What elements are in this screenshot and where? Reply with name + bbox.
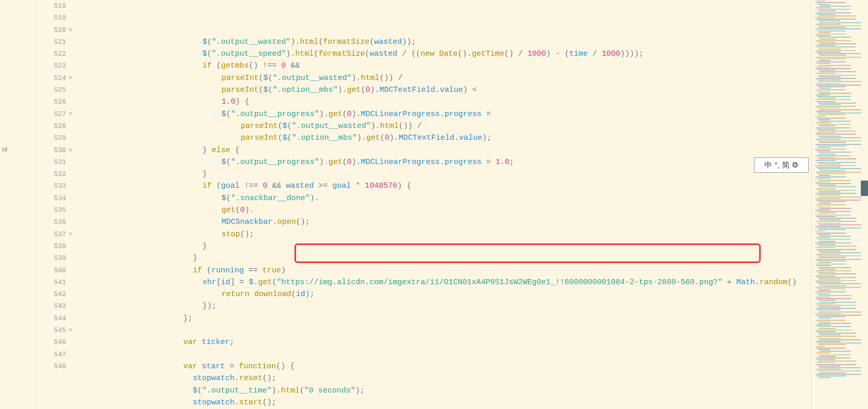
minimap-line bbox=[816, 233, 846, 234]
code-line[interactable]: } else { bbox=[76, 144, 811, 156]
code-line[interactable]: if (getmbs() !== 0 && bbox=[76, 60, 811, 72]
fold-marker[interactable] bbox=[68, 84, 76, 96]
code-line[interactable]: $(".output__speed").html(formatSize(wast… bbox=[76, 48, 811, 60]
code-text-area[interactable]: $(".output__wasted").html(formatSize(was… bbox=[76, 0, 811, 409]
minimap-line bbox=[815, 357, 851, 358]
code-line[interactable]: parseInt($(".option__mbs").get(0).MDCTex… bbox=[76, 84, 811, 96]
code-line[interactable]: stopwatch.reset(); bbox=[76, 372, 811, 384]
gear-icon[interactable]: ⚙ bbox=[792, 159, 798, 171]
code-line[interactable]: get(0). bbox=[76, 204, 811, 216]
code-line[interactable]: var ticker; bbox=[76, 336, 811, 348]
minimap-line bbox=[819, 142, 846, 143]
minimap-line bbox=[817, 239, 851, 240]
fold-marker[interactable] bbox=[68, 132, 76, 144]
minimap-line bbox=[816, 315, 861, 316]
minimap-line bbox=[820, 22, 861, 23]
minimap[interactable] bbox=[811, 0, 868, 409]
code-line[interactable]: $(".output__progress").get(0).MDCLinearP… bbox=[76, 156, 811, 168]
minimap-line bbox=[820, 88, 830, 89]
code-line[interactable]: } bbox=[76, 240, 811, 252]
fold-marker[interactable] bbox=[68, 216, 76, 228]
code-line[interactable]: $(".output__wasted").html(formatSize(was… bbox=[76, 36, 811, 48]
fold-marker[interactable] bbox=[68, 180, 76, 192]
minimap-line bbox=[818, 81, 861, 82]
code-line[interactable]: return download(id); bbox=[76, 288, 811, 300]
minimap-line bbox=[817, 342, 861, 343]
line-number: 523 bbox=[37, 60, 66, 72]
fold-marker[interactable] bbox=[68, 156, 76, 168]
fold-marker[interactable] bbox=[68, 168, 76, 180]
fold-marker[interactable]: ⊟ bbox=[68, 144, 76, 156]
fold-marker[interactable] bbox=[68, 300, 76, 312]
minimap-line bbox=[815, 280, 856, 281]
minimap-line bbox=[815, 28, 861, 29]
code-line[interactable]: MDCSnackbar.open(); bbox=[76, 216, 811, 228]
ime-status-bar[interactable]: 中 °, 简 ⚙ bbox=[754, 157, 809, 173]
code-line[interactable]: }; bbox=[76, 313, 811, 324]
minimap-line bbox=[820, 351, 851, 352]
fold-marker[interactable] bbox=[68, 12, 76, 24]
minimap-line bbox=[818, 267, 851, 268]
fold-marker[interactable] bbox=[68, 336, 76, 348]
code-line[interactable]: if (running == true) bbox=[76, 265, 811, 276]
activity-sidebar: nl bbox=[0, 0, 37, 409]
fold-marker[interactable]: ⊟ bbox=[68, 108, 76, 120]
code-line[interactable]: } bbox=[76, 168, 811, 180]
minimap-line bbox=[815, 160, 836, 161]
minimap-line bbox=[816, 2, 846, 3]
code-line[interactable]: parseInt($(".output__wasted").html()) / bbox=[76, 72, 811, 84]
minimap-line bbox=[815, 226, 841, 227]
code-line[interactable]: stopwatch.start(); bbox=[76, 397, 811, 408]
fold-marker[interactable] bbox=[68, 313, 76, 324]
code-line[interactable]: $(".output__progress").get(0).MDCLinearP… bbox=[76, 108, 811, 120]
code-line[interactable] bbox=[76, 324, 811, 336]
minimap-line bbox=[816, 118, 846, 119]
minimap-line bbox=[819, 273, 856, 274]
minimap-line bbox=[815, 111, 841, 112]
fold-marker[interactable]: ⊟ bbox=[68, 228, 76, 240]
minimap-line bbox=[816, 254, 841, 255]
minimap-line bbox=[817, 30, 846, 31]
minimap-line bbox=[818, 283, 861, 284]
fold-marker[interactable] bbox=[68, 96, 76, 108]
minimap-line bbox=[816, 68, 851, 69]
code-line[interactable]: $(".snackbar__done"). bbox=[76, 192, 811, 204]
code-line[interactable]: }); bbox=[76, 300, 811, 312]
code-line[interactable] bbox=[76, 349, 811, 361]
code-line[interactable]: 1.0) { bbox=[76, 96, 811, 108]
fold-marker[interactable]: ⊟ bbox=[68, 72, 76, 84]
minimap-scroll-thumb[interactable] bbox=[861, 181, 868, 196]
line-number-gutter[interactable]: 5185195205215225235245255265275285295305… bbox=[37, 0, 68, 409]
code-line[interactable]: parseInt($(".output__wasted").html()) / bbox=[76, 120, 811, 132]
fold-marker[interactable] bbox=[68, 252, 76, 264]
fold-marker[interactable] bbox=[68, 36, 76, 48]
fold-marker[interactable] bbox=[68, 240, 76, 252]
line-number: 527 bbox=[37, 108, 66, 120]
fold-marker[interactable]: ⊟ bbox=[68, 24, 76, 36]
fold-marker[interactable]: ⊟ bbox=[68, 324, 76, 336]
line-number: 537 bbox=[37, 228, 66, 240]
fold-marker[interactable] bbox=[68, 349, 76, 361]
code-line[interactable]: if (goal !== 0 && wasted >= goal * 10485… bbox=[76, 180, 811, 192]
code-line[interactable]: var start = function() { bbox=[76, 361, 811, 372]
fold-marker[interactable] bbox=[68, 361, 76, 372]
fold-marker[interactable] bbox=[68, 48, 76, 60]
minimap-line bbox=[818, 361, 856, 362]
fold-marker[interactable] bbox=[68, 276, 76, 288]
fold-gutter[interactable]: ⊟⊟⊟⊟⊟⊟ bbox=[68, 0, 76, 409]
minimap-line bbox=[816, 364, 856, 365]
code-line[interactable]: xhr[id] = $.get("https://img.alicdn.com/… bbox=[76, 276, 811, 288]
code-line[interactable]: $(".output__time").html("0 seconds"); bbox=[76, 385, 811, 397]
line-number: 520 bbox=[37, 24, 66, 36]
line-number: 524 bbox=[37, 72, 66, 84]
fold-marker[interactable] bbox=[68, 120, 76, 132]
fold-marker[interactable] bbox=[68, 204, 76, 216]
code-line[interactable]: parseInt($(".option__mbs").get(0).MDCTex… bbox=[76, 132, 811, 144]
fold-marker[interactable] bbox=[68, 265, 76, 276]
fold-marker[interactable] bbox=[68, 0, 76, 12]
fold-marker[interactable] bbox=[68, 60, 76, 72]
fold-marker[interactable] bbox=[68, 192, 76, 204]
fold-marker[interactable] bbox=[68, 288, 76, 300]
code-line[interactable]: } bbox=[76, 252, 811, 264]
code-line[interactable]: stop(); bbox=[76, 228, 811, 240]
